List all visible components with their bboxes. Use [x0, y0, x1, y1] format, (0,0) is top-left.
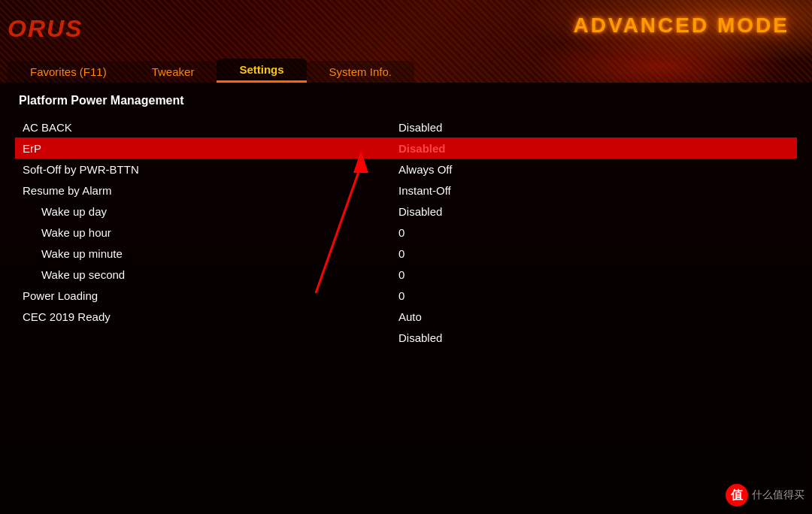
table-row[interactable]: AC BACK Disabled: [15, 116, 797, 138]
setting-value-wake-hour: 0: [398, 226, 789, 239]
tab-settings[interactable]: Settings: [217, 59, 306, 83]
tab-system-info[interactable]: System Info.: [307, 61, 414, 83]
tab-tweaker[interactable]: Tweaker: [129, 61, 217, 83]
tab-favorites[interactable]: Favorites (F11): [8, 61, 129, 83]
section-title: Platform Power Management: [15, 94, 797, 107]
main-content: Platform Power Management AC BACK Disabl…: [0, 83, 812, 514]
setting-value: 0: [398, 247, 789, 260]
setting-value: 0: [398, 268, 789, 281]
setting-value: Always Off: [398, 163, 789, 176]
table-row[interactable]: Power Loading 0: [15, 285, 797, 306]
table-row[interactable]: Wake up day Disabled: [15, 201, 797, 222]
setting-name-erp: ErP: [23, 142, 398, 155]
setting-name: AC BACK: [23, 121, 398, 134]
table-row[interactable]: CEC 2019 Ready Auto: [15, 306, 797, 327]
table-row[interactable]: Wake up second 0: [15, 264, 797, 285]
setting-name: Wake up day: [23, 205, 398, 218]
table-row[interactable]: Resume by Alarm Instant-Off: [15, 180, 797, 201]
watermark-text: 什么值得买: [752, 488, 804, 502]
advanced-mode-label: ADVANCED MODE: [574, 14, 789, 38]
setting-name: Power Loading: [23, 289, 398, 302]
table-row[interactable]: Wake up minute 0: [15, 243, 797, 264]
setting-name: Wake up minute: [23, 247, 398, 260]
table-row: Disabled: [15, 327, 797, 348]
table-row-wake-hour[interactable]: Wake up hour 0: [15, 222, 797, 243]
setting-value: Instant-Off: [398, 184, 789, 197]
settings-table: AC BACK Disabled ErP Disabled Soft-Off b…: [15, 116, 797, 348]
setting-name: Resume by Alarm: [23, 184, 398, 197]
setting-name-wake-hour: Wake up hour: [23, 226, 398, 239]
table-row[interactable]: Soft-Off by PWR-BTTN Always Off: [15, 159, 797, 180]
setting-name: Wake up second: [23, 268, 398, 281]
watermark-icon: 值: [726, 484, 748, 506]
setting-value: Auto: [398, 310, 789, 323]
setting-name: Soft-Off by PWR-BTTN: [23, 163, 398, 176]
setting-value: Disabled: [398, 331, 789, 344]
nav-tabs: Favorites (F11) Tweaker Settings System …: [0, 53, 812, 83]
setting-value-erp: Disabled: [398, 142, 789, 155]
setting-value: Disabled: [398, 205, 789, 218]
watermark: 值 什么值得买: [726, 484, 804, 506]
setting-name: CEC 2019 Ready: [23, 310, 398, 323]
brand-logo: ORUS: [8, 15, 83, 43]
setting-value: 0: [398, 289, 789, 302]
setting-value: Disabled: [398, 121, 789, 134]
table-row-erp[interactable]: ErP Disabled: [15, 138, 797, 159]
